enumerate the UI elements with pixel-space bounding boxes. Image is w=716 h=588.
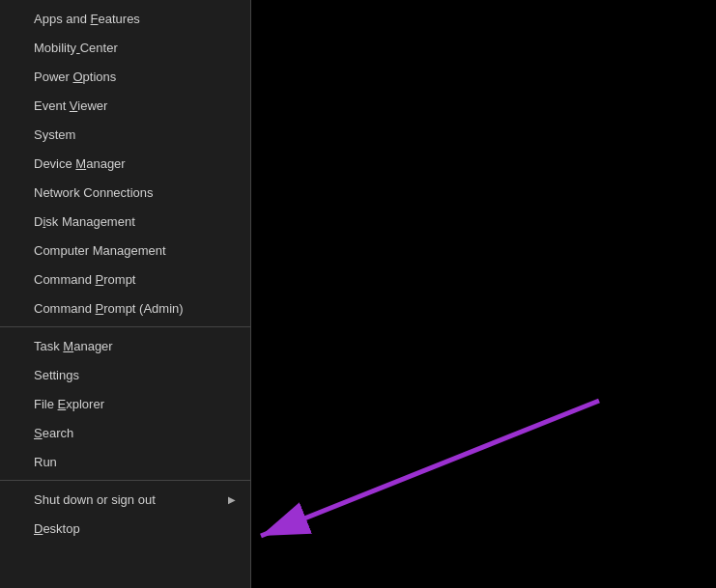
menu-item-computer-management[interactable]: Computer Management	[0, 236, 250, 265]
menu-item-label: Desktop	[34, 521, 80, 536]
submenu-arrow-icon: ▶	[228, 494, 236, 505]
menu-item-label: Device Manager	[34, 156, 126, 171]
menu-item-label: Disk Management	[34, 214, 135, 229]
menu-item-command-prompt-admin[interactable]: Command Prompt (Admin)	[0, 294, 250, 322]
menu-item-label: Shut down or sign out	[34, 492, 156, 507]
menu-item-apps-features[interactable]: Apps and Features	[0, 4, 250, 33]
menu-item-label: Mobility Center	[34, 41, 118, 55]
menu-item-label: File Explorer	[34, 397, 104, 411]
menu-item-label: Settings	[34, 368, 79, 382]
menu-item-system[interactable]: System	[0, 120, 250, 149]
menu-item-label: Apps and Features	[34, 12, 140, 26]
menu-item-event-viewer[interactable]: Event Viewer	[0, 91, 250, 120]
svg-line-1	[261, 401, 599, 536]
menu-item-shut-down-sign-out[interactable]: Shut down or sign out▶	[0, 485, 250, 514]
menu-item-label: Command Prompt (Admin)	[34, 301, 184, 316]
menu-item-search[interactable]: Search	[0, 418, 250, 447]
menu-item-label: Network Connections	[34, 185, 154, 200]
menu-separator	[0, 480, 250, 481]
menu-item-label: Search	[34, 426, 73, 440]
menu-item-mobility-center[interactable]: Mobility Center	[0, 33, 250, 62]
menu-item-command-prompt[interactable]: Command Prompt	[0, 265, 250, 294]
menu-item-task-manager[interactable]: Task Manager	[0, 331, 250, 360]
menu-item-disk-management[interactable]: Disk Management	[0, 207, 250, 236]
menu-item-file-explorer[interactable]: File Explorer	[0, 389, 250, 418]
menu-item-network-connections[interactable]: Network Connections	[0, 178, 250, 207]
menu-item-label: Command Prompt	[34, 272, 135, 287]
menu-item-label: System	[34, 127, 75, 142]
menu-item-desktop[interactable]: Desktop	[0, 514, 250, 543]
menu-item-label: Computer Management	[34, 243, 166, 258]
menu-item-run[interactable]: Run	[0, 447, 250, 476]
menu-item-device-manager[interactable]: Device Manager	[0, 149, 250, 178]
menu-item-settings[interactable]: Settings	[0, 360, 250, 389]
menu-item-label: Event Viewer	[34, 98, 107, 113]
menu-item-label: Run	[34, 455, 57, 469]
context-menu: Apps and FeaturesMobility CenterPower Op…	[0, 0, 251, 588]
menu-item-label: Power Options	[34, 70, 116, 84]
menu-separator	[0, 326, 250, 327]
menu-item-label: Task Manager	[34, 339, 113, 353]
menu-item-power-options[interactable]: Power Options	[0, 62, 250, 91]
